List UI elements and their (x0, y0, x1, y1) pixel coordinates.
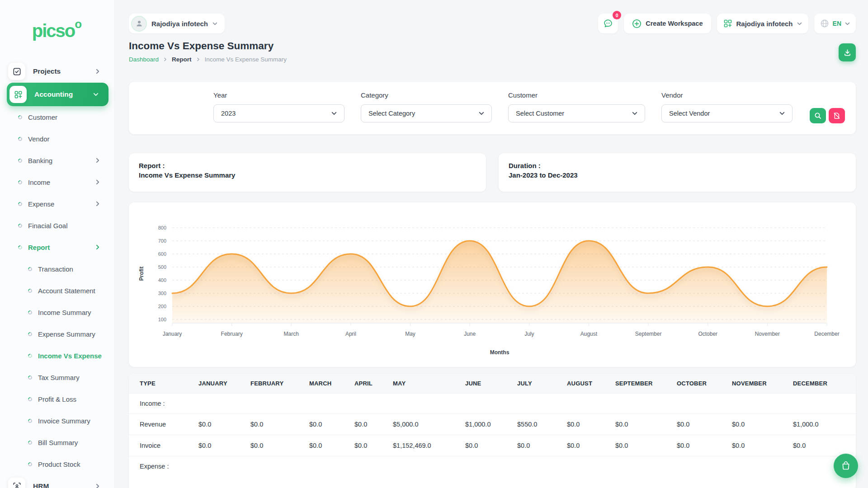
duration-card-label: Duration : (509, 161, 846, 170)
duration-card-value: Jan-2023 to Dec-2023 (509, 170, 846, 180)
workspace-name: Rajodiya infotech (736, 20, 793, 28)
sidebar-item-finacial-goal[interactable]: Finacial Goal (0, 215, 114, 236)
vendor-field: Vendor Select Vendor (661, 91, 793, 122)
svg-text:July: July (524, 331, 534, 337)
sidebar-item-label: Report (28, 244, 50, 251)
cell-value: $0.0 (506, 435, 556, 456)
sidebar-item-expense-summary[interactable]: Expense Summary (0, 323, 114, 345)
chevron-down-icon (632, 111, 637, 116)
workspace-name: Rajodiya infotech (151, 20, 208, 28)
cell-value: $0.0 (721, 435, 782, 456)
sidebar-item-report[interactable]: Report (0, 236, 114, 258)
sidebar-item-product-stock[interactable]: Product Stock (0, 453, 114, 475)
sidebar-item-label: Profit & Loss (38, 395, 76, 403)
bullet-icon (17, 179, 23, 185)
vendor-select[interactable]: Select Vendor (661, 104, 793, 122)
create-workspace-button[interactable]: Create Workspace (624, 14, 711, 33)
breadcrumb-report[interactable]: Report (172, 56, 192, 63)
vendor-value: Select Vendor (669, 110, 710, 117)
sidebar-item-bill-summary[interactable]: Bill Summary (0, 432, 114, 453)
table-header-row: TYPEJANUARYFEBRUARYMARCHAPRILMAYJUNEJULY… (129, 374, 856, 394)
category-label: Category (361, 91, 492, 99)
messages-button[interactable]: 0 (598, 14, 618, 33)
svg-text:200: 200 (158, 304, 166, 309)
top-bar: Rajodiya infotech 0 Create Workspace Raj… (129, 14, 856, 33)
language-selector[interactable]: EN (814, 14, 856, 33)
workspace-selector-left[interactable]: Rajodiya infotech (129, 14, 225, 33)
hrm-icon-box (8, 478, 25, 488)
main-content: Rajodiya infotech 0 Create Workspace Raj… (114, 0, 868, 488)
sidebar-item-accounting[interactable]: Accounting (7, 83, 108, 106)
svg-text:800: 800 (158, 225, 166, 230)
sidebar-item-income-summary[interactable]: Income Summary (0, 301, 114, 323)
report-card: Report : Income Vs Expense Summary (129, 153, 486, 192)
sidebar-item-projects[interactable]: Projects (0, 60, 114, 83)
sidebar-item-invoice-summary[interactable]: Invoice Summary (0, 410, 114, 432)
sidebar-item-label: Product Stock (38, 460, 80, 468)
sidebar-item-label: Transaction (38, 265, 73, 273)
apply-filter-button[interactable] (810, 108, 826, 123)
year-select[interactable]: 2023 (213, 104, 344, 122)
income-expense-table-card: TYPEJANUARYFEBRUARYMARCHAPRILMAYJUNEJULY… (129, 374, 856, 488)
customer-select[interactable]: Select Customer (508, 104, 645, 122)
breadcrumb-current: Income Vs Expense Summary (205, 56, 287, 63)
download-button[interactable] (839, 43, 856, 61)
vendor-label: Vendor (661, 91, 793, 99)
chevron-down-icon (212, 21, 217, 26)
profit-chart-card: 100200300400500600700800JanuaryFebruaryM… (129, 202, 856, 367)
file-off-icon (833, 112, 840, 119)
chevron-right-icon (95, 69, 100, 74)
chat-bubble-icon (603, 18, 613, 29)
svg-text:March: March (284, 331, 299, 337)
cell-value: $0.0 (298, 414, 344, 435)
svg-text:May: May (405, 331, 415, 337)
cell-value: $1,000.0 (454, 414, 506, 435)
sidebar-item-income-vs-expense[interactable]: Income Vs Expense (0, 345, 114, 366)
bullet-icon (17, 136, 23, 142)
sidebar-item-expense[interactable]: Expense (0, 193, 114, 215)
svg-text:October: October (698, 331, 717, 337)
svg-text:100: 100 (158, 317, 166, 322)
bullet-icon (17, 114, 23, 120)
sidebar-item-vendor[interactable]: Vendor (0, 128, 114, 150)
checkbox-icon-box (8, 63, 25, 80)
year-field: Year 2023 (213, 91, 344, 122)
sidebar-item-income[interactable]: Income (0, 171, 114, 193)
bullet-icon (27, 375, 33, 380)
sidebar-item-tax-summary[interactable]: Tax Summary (0, 366, 114, 388)
profit-chart-svg: 100200300400500600700800JanuaryFebruaryM… (137, 214, 848, 357)
customer-field: Customer Select Customer (508, 91, 645, 122)
shop-fab-button[interactable] (834, 454, 858, 478)
cell-value: $0.0 (666, 414, 721, 435)
sidebar-item-label: Income Vs Expense (38, 352, 102, 360)
sidebar-item-account-statement[interactable]: Account Statement (0, 280, 114, 301)
column-header-type: TYPE (129, 374, 188, 394)
category-value: Select Category (368, 110, 415, 117)
sidebar-item-label: Expense (28, 200, 54, 208)
bullet-icon (27, 396, 33, 402)
sidebar-item-transaction[interactable]: Transaction (0, 258, 114, 280)
sidebar-item-label: Projects (33, 67, 61, 75)
chevron-down-icon (479, 111, 484, 116)
sidebar-item-hrm[interactable]: HRM (0, 475, 114, 488)
sidebar-item-profit-loss[interactable]: Profit & Loss (0, 388, 114, 410)
sidebar-item-customer[interactable]: Customer (0, 106, 114, 128)
filter-panel: Year 2023 Category Select Category Custo… (129, 82, 856, 134)
reset-filter-button[interactable] (829, 108, 845, 123)
workspace-selector-right[interactable]: Rajodiya infotech (717, 14, 808, 33)
category-select[interactable]: Select Category (361, 104, 492, 122)
column-header-february: FEBRUARY (240, 374, 298, 394)
chart-area-fill (172, 241, 827, 323)
bullet-icon (17, 223, 23, 229)
column-header-september: SEPTEMBER (604, 374, 666, 394)
sidebar-item-label: Tax Summary (38, 374, 80, 381)
sidebar-item-label: Customer (28, 113, 57, 121)
sidebar-item-banking[interactable]: Banking (0, 150, 114, 171)
svg-text:700: 700 (158, 238, 166, 244)
chevron-right-icon (163, 57, 167, 61)
cell-value: $0.0 (240, 414, 298, 435)
svg-text:June: June (464, 331, 476, 337)
table-body: Income :Revenue$0.0$0.0$0.0$0.0$5,000.0$… (129, 394, 856, 477)
chevron-right-icon (95, 179, 100, 185)
breadcrumb-dashboard[interactable]: Dashboard (129, 56, 159, 63)
